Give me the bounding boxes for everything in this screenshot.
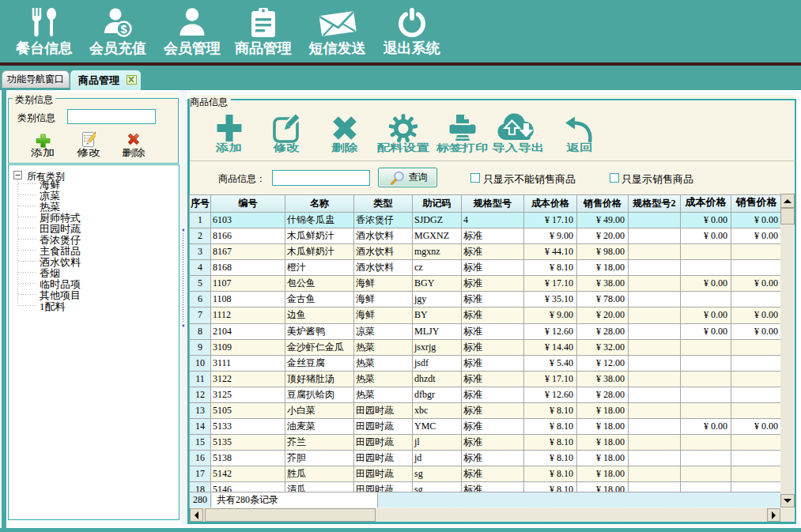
svg-text:$: $ [120, 23, 127, 36]
